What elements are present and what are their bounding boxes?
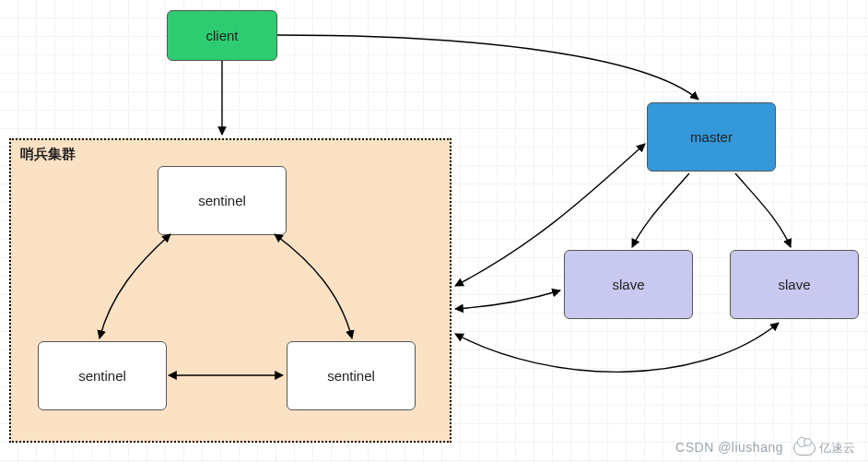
slave1-node: slave — [564, 250, 693, 319]
watermark-text: CSDN @liushang — [675, 440, 783, 455]
edge-master-slave2 — [735, 173, 791, 247]
sentinel-left-label: sentinel — [78, 368, 126, 384]
master-node: master — [647, 102, 776, 172]
edge-master-slave1 — [632, 173, 689, 247]
slave2-label: slave — [778, 277, 810, 292]
cloud-icon — [793, 441, 815, 456]
sentinel-right-node: sentinel — [287, 341, 416, 410]
logo-text: 亿速云 — [819, 440, 855, 456]
client-label: client — [205, 28, 238, 43]
sentinel-left-node: sentinel — [38, 341, 167, 410]
sentinel-cluster-label: 哨兵集群 — [20, 146, 76, 163]
slave1-label: slave — [612, 277, 644, 292]
logo: 亿速云 — [793, 440, 855, 456]
sentinel-top-node: sentinel — [158, 166, 287, 235]
edge-client-to-master — [277, 35, 698, 100]
client-node: client — [167, 10, 277, 61]
sentinel-right-label: sentinel — [327, 368, 375, 384]
sentinel-top-label: sentinel — [198, 193, 246, 208]
slave2-node: slave — [730, 250, 859, 319]
master-label: master — [690, 129, 733, 145]
edge-cluster-slave2 — [455, 323, 779, 372]
edge-cluster-slave1 — [455, 290, 560, 309]
diagram-canvas: 哨兵集群 client master slave slave sentinel … — [0, 0, 868, 462]
